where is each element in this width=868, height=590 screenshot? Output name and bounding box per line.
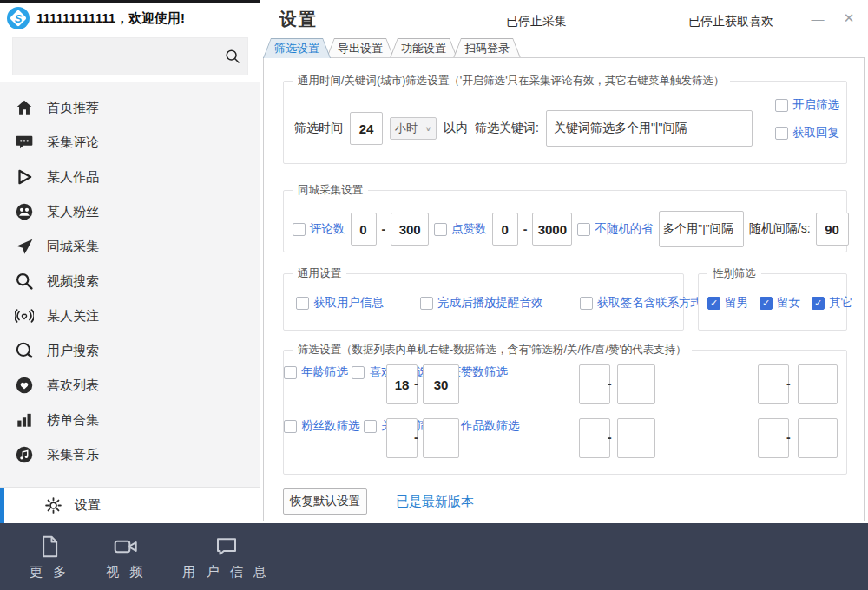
works-max-input[interactable] [798,418,838,458]
province-input[interactable] [659,211,744,247]
comment-max-input[interactable] [391,213,429,246]
tab-function-settings[interactable]: 功能设置 [390,38,457,58]
checkbox-box [580,297,593,310]
user-search-icon [14,340,35,361]
checkmark-icon: ✓ [760,297,773,310]
bottom-bar: 更 多 视 频 用 户 信 息 [0,523,868,590]
follow-min-input[interactable] [579,418,610,458]
reset-defaults-button[interactable]: 恢复默认设置 [283,488,367,515]
comment-count-checkbox[interactable]: 评论数 [293,221,345,237]
fans-count-filter-checkbox[interactable]: 粉丝数筛选 [284,418,360,434]
speech-bubble-icon [214,533,240,560]
fans-max-input[interactable] [423,418,459,458]
filter-time-label: 筛选时间 [294,121,343,136]
follow-max-input[interactable] [617,418,655,458]
sidebar-item-user-works[interactable]: 某人作品 [0,160,260,194]
get-reply-checkbox[interactable]: 获取回复 [775,125,839,141]
search-input[interactable] [13,38,218,75]
settings-tabs: 筛选设置 导出设置 功能设置 扫码登录 [263,38,516,58]
sidebar-search-band [0,33,260,82]
get-user-info-checkbox[interactable]: 获取用户信息 [296,295,384,311]
search-icon[interactable] [218,48,247,65]
active-item-accent [0,488,4,523]
group-legend: 同城采集设置 [293,183,368,198]
keep-female-checkbox[interactable]: ✓ 留女 [760,295,800,311]
magnifier-icon [14,271,35,292]
file-icon [36,533,62,560]
checkbox-box [364,420,377,433]
sidebar-item-rank-collection[interactable]: 榜单合集 [0,403,260,437]
sidebar-menu: 首页推荐 采集评论 某人作品 某人粉丝 同城采集 视频搜索 [0,90,260,472]
tab-filter-settings[interactable]: 筛选设置 [263,38,331,58]
age-max-input[interactable] [423,364,459,404]
tab-export-settings[interactable]: 导出设置 [326,38,394,58]
sidebar-item-video-search[interactable]: 视频搜索 [0,264,260,298]
tab-qr-login[interactable]: 扫码登录 [453,38,521,58]
age-min-input[interactable] [386,364,418,404]
checkbox-box [775,99,788,112]
like-max-input[interactable] [532,213,572,246]
sidebar-item-home-recommend[interactable]: 首页推荐 [0,90,260,125]
filter-time-input[interactable] [350,112,383,145]
random-interval-input[interactable] [816,213,849,246]
sidebar-item-collect-music[interactable]: 采集音乐 [0,437,260,472]
time-keyword-group: 通用时间/关键词(城市)筛选设置（'开启筛选'只在采集评论有效，其它右键菜单触发… [283,81,847,164]
logo-letter: S [7,7,30,30]
random-interval-label: 随机间隔/s: [749,221,811,237]
sidebar-item-collect-comments[interactable]: 采集评论 [0,125,260,160]
close-button[interactable]: ✕ [838,9,859,28]
signature-contact-checkbox[interactable]: 获取签名含联系方式 [580,295,703,311]
checkbox-box [352,366,365,379]
keep-male-checkbox[interactable]: ✓ 留男 [707,295,748,311]
app-logo: S [7,7,30,30]
comment-min-input[interactable] [351,213,377,246]
keyword-input[interactable] [546,110,753,147]
bar-chart-icon [14,410,35,430]
broadcast-heart-icon [14,305,35,326]
fans-min-input[interactable] [386,418,418,458]
sidebar-item-user-follow[interactable]: 某人关注 [0,298,260,333]
likes-max-input[interactable] [617,364,655,404]
non-random-province-checkbox[interactable]: 不随机的省 [577,221,654,237]
sidebar-item-city-collect[interactable]: 同城采集 [0,229,260,264]
sidebar-search-box [12,37,248,75]
location-send-icon [14,236,35,257]
heart-circle-icon [14,375,35,396]
collect-status-text: 已停止采集 [506,14,567,30]
checkbox-box [284,420,297,433]
play-icon [14,167,35,187]
general-settings-group: 通用设置 获取用户信息 完成后播放提醒音效 获取签名含联系方式 [283,273,684,331]
like-min-input[interactable] [492,213,518,246]
sidebar-item-settings[interactable]: 设置 [0,487,260,523]
within-label: 以内 [444,121,468,136]
sidebar-item-user-search[interactable]: 用户搜索 [0,333,260,368]
group-legend: 筛选设置（数据列表内单机右键-数据筛选，含有'筛选粉/关/作/喜/赞'的代表支持… [293,343,692,357]
latest-version-link[interactable]: 已是最新版本 [396,494,474,510]
sidebar-header: S 111111111111，欢迎使用! [0,3,260,33]
praise-max-input[interactable] [798,364,838,404]
checkbox-box [293,223,306,236]
time-unit-select[interactable]: 小时 ∨ [390,117,437,140]
sidebar-item-user-fans[interactable]: 某人粉丝 [0,194,260,229]
group-legend: 通用设置 [293,266,346,281]
sidebar-item-likes-list[interactable]: 喜欢列表 [0,368,260,403]
likes-status-text: 已停止获取喜欢 [688,14,773,30]
enable-filter-checkbox[interactable]: 开启筛选 [775,97,839,113]
minimize-button[interactable]: — [807,9,828,28]
age-filter-checkbox[interactable]: 年龄筛选 [284,364,348,380]
bottom-item-video[interactable]: 视 频 [106,533,146,580]
app-window: S 111111111111，欢迎使用! 首页推荐 采集评论 [0,0,868,590]
home-icon [14,97,35,118]
likes-min-input[interactable] [579,364,610,404]
bottom-item-more[interactable]: 更 多 [30,533,69,580]
checkbox-box [296,297,309,310]
works-min-input[interactable] [758,418,789,458]
city-collect-group: 同城采集设置 评论数 - 点赞数 - [283,190,847,252]
play-sound-checkbox[interactable]: 完成后播放提醒音效 [420,295,543,311]
gender-filter-group: 性别筛选 ✓ 留男 ✓ 留女 ✓ 其它 [698,273,847,331]
like-count-checkbox[interactable]: 点赞数 [434,221,487,237]
praise-min-input[interactable] [758,364,789,404]
keep-other-checkbox[interactable]: ✓ 其它 [812,295,852,311]
checkbox-box [420,297,433,310]
bottom-item-user-info[interactable]: 用 户 信 息 [182,533,270,580]
